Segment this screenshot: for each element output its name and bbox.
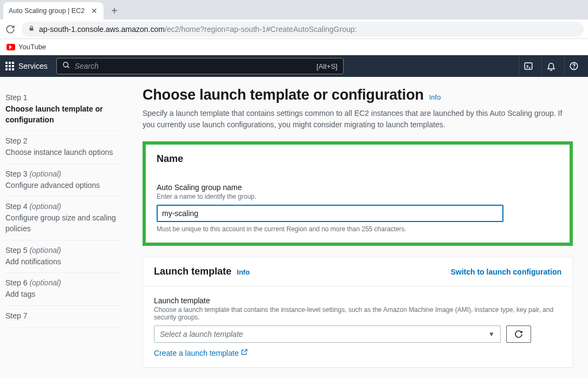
address-bar: ap-south-1.console.aws.amazon.com/ec2/ho…: [0, 19, 588, 39]
svg-rect-3: [525, 63, 532, 69]
wizard-step-5[interactable]: Step 5 (optional)Add notifications: [5, 240, 122, 273]
refresh-button[interactable]: [506, 325, 531, 343]
wizard-step-7[interactable]: Step 7: [5, 306, 122, 328]
step-title: Configure group size and scaling policie…: [5, 213, 122, 234]
nav-search[interactable]: Search [Alt+S]: [56, 58, 344, 74]
wizard-step-2[interactable]: Step 2Choose instance launch options: [5, 131, 122, 164]
launch-template-panel: Launch template Info Switch to launch co…: [143, 257, 573, 368]
launch-template-sublabel: Choose a launch template that contains t…: [154, 306, 561, 321]
step-number: Step 4 (optional): [5, 202, 122, 211]
search-icon: [62, 61, 70, 71]
asg-name-hint: Must be unique to this account in the cu…: [157, 225, 559, 233]
asg-name-label: Auto Scaling group name: [157, 183, 559, 192]
external-link-icon: [241, 348, 248, 357]
name-panel: Name Auto Scaling group name Enter a nam…: [146, 145, 570, 243]
svg-point-5: [573, 68, 574, 68]
tab-title: Auto Scaling group | EC2: [9, 7, 86, 15]
page-title: Choose launch template or configuration: [143, 87, 424, 103]
launch-panel-header: Launch template: [154, 266, 231, 277]
lock-icon: [28, 24, 35, 34]
bookmarks-bar: YouTube: [0, 39, 588, 55]
step-title: Add tags: [5, 289, 122, 300]
help-icon[interactable]: [564, 55, 583, 77]
reload-icon[interactable]: [4, 23, 16, 35]
asg-name-sublabel: Enter a name to identify the group.: [157, 193, 559, 200]
step-title: Choose launch template or configuration: [5, 104, 122, 125]
wizard-steps-sidebar: Step 1Choose launch template or configur…: [0, 77, 127, 378]
step-title: Configure advanced options: [5, 180, 122, 191]
asg-name-input[interactable]: [157, 205, 503, 222]
svg-rect-0: [30, 28, 34, 31]
notifications-icon[interactable]: [541, 55, 560, 77]
url-domain: ap-south-1.console.aws.amazon.com: [39, 25, 165, 34]
step-number: Step 6 (optional): [5, 278, 122, 287]
wizard-step-1[interactable]: Step 1Choose launch template or configur…: [5, 88, 122, 131]
step-number: Step 5 (optional): [5, 246, 122, 255]
step-number: Step 2: [5, 136, 122, 145]
svg-line-2: [67, 66, 69, 68]
aws-nav-bar: Services Search [Alt+S]: [0, 55, 588, 77]
create-launch-template-link[interactable]: Create a launch template: [154, 348, 248, 357]
step-number: Step 1: [5, 93, 122, 102]
step-number: Step 7: [5, 311, 122, 320]
wizard-step-6[interactable]: Step 6 (optional)Add tags: [5, 273, 122, 306]
step-title: Choose instance launch options: [5, 147, 122, 158]
search-placeholder: Search: [75, 62, 312, 70]
services-grid-icon[interactable]: [5, 62, 14, 70]
launch-template-label: Launch template: [154, 296, 561, 305]
services-link[interactable]: Services: [18, 62, 48, 70]
page-description: Specify a launch template that contains …: [143, 108, 573, 131]
chevron-down-icon: ▼: [488, 330, 495, 338]
youtube-icon: [7, 44, 15, 50]
highlight-annotation: Name Auto Scaling group name Enter a nam…: [143, 141, 573, 246]
step-number: Step 3 (optional): [5, 170, 122, 178]
url-input[interactable]: ap-south-1.console.aws.amazon.com/ec2/ho…: [22, 22, 584, 37]
browser-tab-strip: Auto Scaling group | EC2 ✕ +: [0, 0, 588, 19]
content-area: Choose launch template or configuration …: [127, 77, 588, 378]
launch-info-link[interactable]: Info: [237, 268, 250, 276]
new-tab-button[interactable]: +: [107, 3, 122, 18]
info-link[interactable]: Info: [429, 93, 441, 101]
cloudshell-icon[interactable]: [519, 55, 537, 77]
name-panel-header: Name: [146, 145, 570, 173]
launch-template-select[interactable]: Select a launch template ▼: [154, 325, 501, 343]
svg-point-1: [63, 62, 68, 67]
browser-tab[interactable]: Auto Scaling group | EC2 ✕: [3, 2, 104, 19]
close-icon[interactable]: ✕: [91, 7, 98, 15]
search-shortcut-hint: [Alt+S]: [316, 62, 338, 70]
main-container: Step 1Choose launch template or configur…: [0, 77, 588, 378]
bookmark-youtube[interactable]: YouTube: [7, 43, 46, 51]
switch-to-launch-config-link[interactable]: Switch to launch configuration: [450, 268, 561, 276]
url-path: /ec2/home?region=ap-south-1#CreateAutoSc…: [165, 25, 357, 34]
wizard-step-3[interactable]: Step 3 (optional)Configure advanced opti…: [5, 164, 122, 197]
wizard-step-4[interactable]: Step 4 (optional)Configure group size an…: [5, 197, 122, 240]
step-title: Add notifications: [5, 257, 122, 268]
